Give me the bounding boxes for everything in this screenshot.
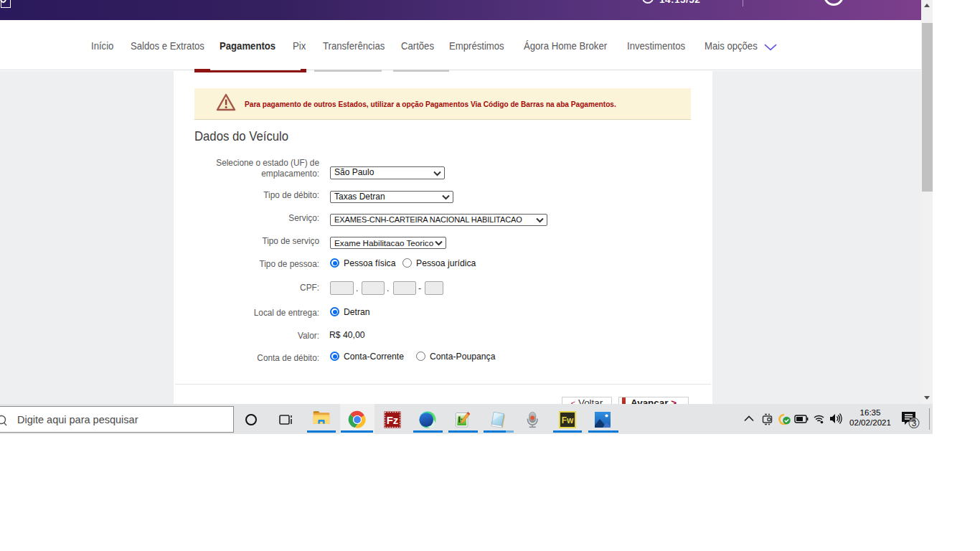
svg-text:Fz: Fz: [387, 414, 399, 426]
svg-text:3: 3: [912, 418, 917, 428]
svg-text:Fw: Fw: [562, 415, 574, 425]
